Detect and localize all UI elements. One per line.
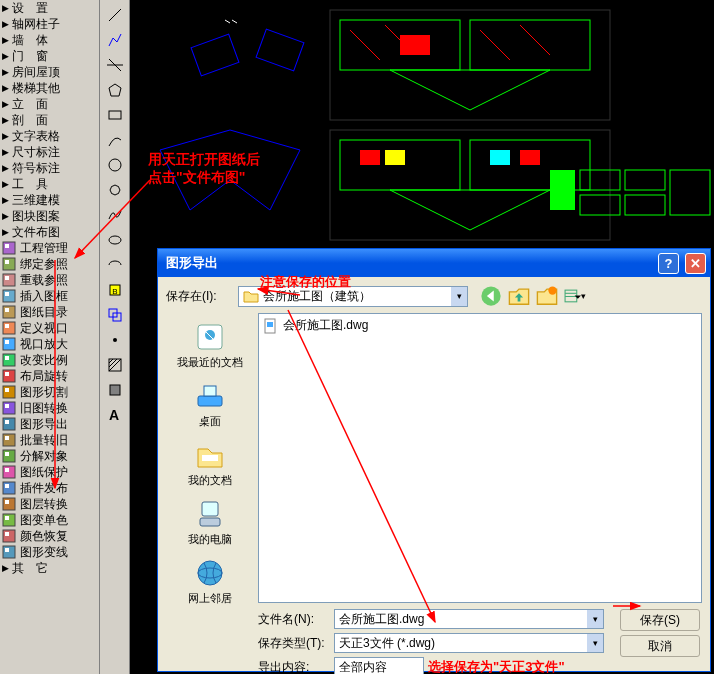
tool-icon — [2, 321, 18, 335]
tree-item-5[interactable]: ▶楼梯其他 — [0, 80, 99, 96]
tree-item-20[interactable]: 定义视口 — [0, 320, 99, 336]
tree-item-7[interactable]: ▶剖 面 — [0, 112, 99, 128]
insert-block-tool[interactable]: B — [103, 278, 127, 302]
dropdown-arrow-icon[interactable]: ▾ — [587, 610, 603, 628]
line-tool[interactable] — [103, 3, 127, 27]
back-button[interactable] — [480, 285, 502, 307]
tool-icon — [2, 481, 18, 495]
svg-rect-1 — [5, 244, 9, 248]
rect-tool[interactable] — [103, 103, 127, 127]
tree-item-34[interactable]: 图形变线 — [0, 544, 99, 560]
tree-item-24[interactable]: 图形切割 — [0, 384, 99, 400]
cancel-button[interactable]: 取消 — [620, 635, 700, 657]
file-item[interactable]: 会所施工图.dwg — [259, 314, 701, 337]
tree-item-9[interactable]: ▶尺寸标注 — [0, 144, 99, 160]
tree-item-15[interactable]: 工程管理 — [0, 240, 99, 256]
arc-tool[interactable] — [103, 128, 127, 152]
tree-item-26[interactable]: 图形导出 — [0, 416, 99, 432]
tree-item-32[interactable]: 图变单色 — [0, 512, 99, 528]
tree-item-14[interactable]: ▶文件布图 — [0, 224, 99, 240]
up-folder-button[interactable] — [508, 285, 530, 307]
svg-line-53 — [109, 359, 113, 363]
expand-arrow-icon: ▶ — [2, 131, 12, 141]
svg-rect-33 — [5, 500, 9, 504]
tree-item-30[interactable]: 插件发布 — [0, 480, 99, 496]
point-tool[interactable] — [103, 328, 127, 352]
polygon-tool[interactable] — [103, 78, 127, 102]
svg-rect-77 — [385, 150, 405, 165]
place-item-4[interactable]: 网上邻居 — [168, 553, 252, 610]
close-button[interactable]: ✕ — [685, 253, 706, 274]
svg-rect-79 — [520, 150, 540, 165]
hatch-tool[interactable] — [103, 353, 127, 377]
tree-item-35[interactable]: ▶其 它 — [0, 560, 99, 576]
xline-tool[interactable] — [103, 53, 127, 77]
file-list[interactable]: 会所施工图.dwg — [258, 313, 702, 603]
tree-item-17[interactable]: 重载参照 — [0, 272, 99, 288]
svg-rect-25 — [5, 436, 9, 440]
tree-item-11[interactable]: ▶工 具 — [0, 176, 99, 192]
savetype-combo[interactable]: 天正3文件 (*.dwg) ▾ — [334, 633, 604, 653]
tree-item-25[interactable]: 旧图转换 — [0, 400, 99, 416]
tree-item-2[interactable]: ▶墙 体 — [0, 32, 99, 48]
place-item-0[interactable]: 我最近的文档 — [168, 317, 252, 374]
tree-item-0[interactable]: ▶设 置 — [0, 0, 99, 16]
region-tool[interactable] — [103, 378, 127, 402]
polyline-tool[interactable] — [103, 28, 127, 52]
ellipse-arc-tool[interactable] — [103, 253, 127, 277]
expand-arrow-icon: ▶ — [2, 163, 12, 173]
tree-panel: ▶设 置▶轴网柱子▶墙 体▶门 窗▶房间屋顶▶楼梯其他▶立 面▶剖 面▶文字表格… — [0, 0, 100, 674]
svg-rect-11 — [5, 324, 9, 328]
tree-item-27[interactable]: 批量转旧 — [0, 432, 99, 448]
tree-item-33[interactable]: 颜色恢复 — [0, 528, 99, 544]
expand-arrow-icon: ▶ — [2, 67, 12, 77]
dropdown-arrow-icon[interactable]: ▾ — [587, 634, 603, 652]
tree-item-29[interactable]: 图纸保护 — [0, 464, 99, 480]
circle-tool[interactable] — [103, 153, 127, 177]
tree-item-1[interactable]: ▶轴网柱子 — [0, 16, 99, 32]
dropdown-arrow-icon[interactable]: ▾ — [451, 287, 467, 306]
tree-item-10[interactable]: ▶符号标注 — [0, 160, 99, 176]
view-menu-button[interactable]: ▾ — [564, 285, 586, 307]
expand-arrow-icon: ▶ — [2, 563, 12, 573]
tree-item-12[interactable]: ▶三维建模 — [0, 192, 99, 208]
spline-tool[interactable] — [103, 203, 127, 227]
make-block-tool[interactable] — [103, 303, 127, 327]
svg-rect-37 — [5, 532, 9, 536]
tree-item-6[interactable]: ▶立 面 — [0, 96, 99, 112]
place-icon — [194, 498, 226, 530]
svg-text:B: B — [112, 287, 117, 296]
place-item-2[interactable]: 我的文档 — [168, 435, 252, 492]
help-button[interactable]: ? — [658, 253, 679, 274]
place-item-3[interactable]: 我的电脑 — [168, 494, 252, 551]
dialog-title: 图形导出 — [166, 254, 656, 272]
tree-item-31[interactable]: 图层转换 — [0, 496, 99, 512]
tree-item-3[interactable]: ▶门 窗 — [0, 48, 99, 64]
save-button[interactable]: 保存(S) — [620, 609, 700, 631]
tree-item-16[interactable]: 绑定参照 — [0, 256, 99, 272]
mtext-tool[interactable]: A — [103, 403, 127, 427]
export-combo[interactable]: 全部内容 — [334, 657, 424, 674]
tree-item-4[interactable]: ▶房间屋顶 — [0, 64, 99, 80]
svg-rect-5 — [5, 276, 9, 280]
new-folder-button[interactable] — [536, 285, 558, 307]
tree-item-22[interactable]: 改变比例 — [0, 352, 99, 368]
filename-input[interactable]: 会所施工图.dwg ▾ — [334, 609, 604, 629]
annotation-savetype: 选择保存为"天正3文件" — [428, 658, 565, 674]
tree-item-18[interactable]: 插入图框 — [0, 288, 99, 304]
tree-item-19[interactable]: 图纸目录 — [0, 304, 99, 320]
tree-item-23[interactable]: 布局旋转 — [0, 368, 99, 384]
svg-rect-15 — [5, 356, 9, 360]
tree-item-8[interactable]: ▶文字表格 — [0, 128, 99, 144]
dwg-file-icon — [263, 318, 279, 334]
revcloud-tool[interactable] — [103, 178, 127, 202]
tree-item-21[interactable]: 视口放大 — [0, 336, 99, 352]
dialog-titlebar[interactable]: 图形导出 ? ✕ — [158, 249, 710, 277]
svg-rect-82 — [625, 170, 665, 190]
ellipse-tool[interactable] — [103, 228, 127, 252]
place-item-1[interactable]: 桌面 — [168, 376, 252, 433]
svg-rect-107 — [267, 322, 273, 327]
save-in-label: 保存在(I): — [166, 288, 238, 305]
tree-item-13[interactable]: ▶图块图案 — [0, 208, 99, 224]
tree-item-28[interactable]: 分解对象 — [0, 448, 99, 464]
